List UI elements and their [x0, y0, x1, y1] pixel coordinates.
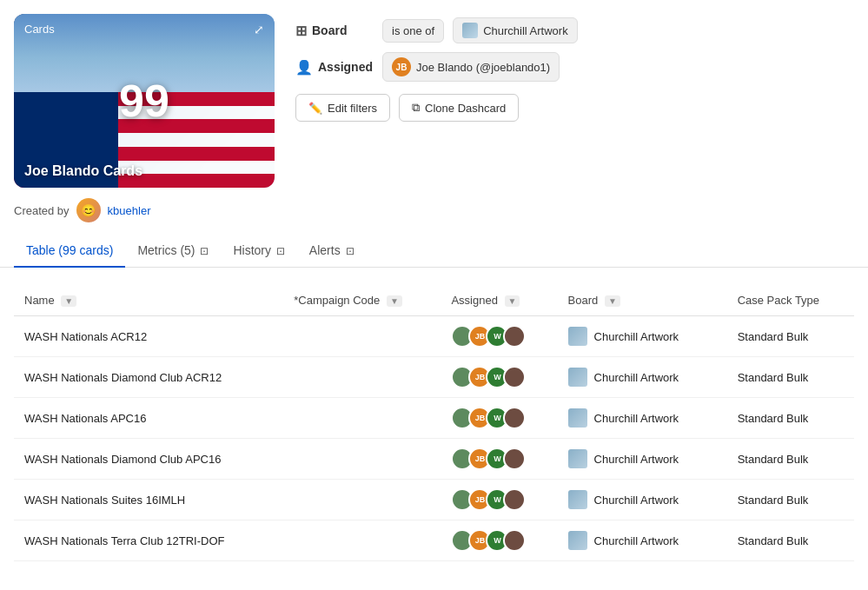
table-header-row: Name ▼ *Campaign Code ▼ Assigned ▼ Board…	[14, 285, 854, 316]
board-cell: Churchill Artwork	[568, 531, 717, 550]
board-sort-icon[interactable]: ▼	[605, 295, 620, 307]
tabs-row: Table (99 cards) Metrics (5) ⊡ History ⊡…	[0, 235, 868, 268]
board-thumb	[568, 531, 587, 550]
user-avatar: JB	[392, 57, 411, 76]
table-row: WASH Nationals ACR12 JB W Churchill Artw…	[14, 316, 854, 357]
cell-case-pack-type: Standard Bulk	[727, 439, 854, 480]
avatar-4	[503, 407, 526, 429]
col-board[interactable]: Board ▼	[558, 285, 727, 316]
creator-avatar: 😊	[76, 198, 101, 222]
main-container: Cards ⤢ 99 Joe Blando Cards ⊞ Board is o…	[0, 0, 868, 561]
top-section: Cards ⤢ 99 Joe Blando Cards ⊞ Board is o…	[0, 0, 868, 188]
board-thumb	[568, 490, 587, 509]
board-thumb	[568, 449, 587, 468]
assigned-avatars: JB W	[451, 488, 547, 511]
filter-actions: ✏️ Edit filters ⧉ Clone Dashcard	[295, 94, 851, 122]
filter-section: ⊞ Board is one of Churchill Artwork 👤 As…	[295, 14, 851, 188]
assigned-avatars: JB W	[451, 447, 547, 470]
cell-name[interactable]: WASH Nationals ACR12	[14, 316, 283, 357]
cell-campaign-code	[283, 520, 441, 561]
edit-filters-button[interactable]: ✏️ Edit filters	[295, 94, 390, 122]
card-widget-label: Cards	[24, 23, 55, 36]
board-cell: Churchill Artwork	[568, 327, 717, 346]
assigned-avatars: JB W	[451, 529, 547, 552]
board-name: Churchill Artwork	[594, 371, 679, 384]
cell-case-pack-type: Standard Bulk	[727, 357, 854, 398]
board-name: Churchill Artwork	[594, 534, 679, 547]
avatar-4	[503, 366, 526, 388]
data-table: Name ▼ *Campaign Code ▼ Assigned ▼ Board…	[14, 285, 854, 561]
assigned-avatars: JB W	[451, 366, 547, 388]
assigned-filter-label: 👤 Assigned	[295, 59, 374, 76]
cell-case-pack-type: Standard Bulk	[727, 480, 854, 520]
board-cell: Churchill Artwork	[568, 490, 717, 509]
cell-campaign-code	[283, 439, 441, 480]
edit-icon: ✏️	[308, 102, 322, 115]
cell-assigned: JB W	[441, 520, 557, 561]
table-row: WASH Nationals Terra Club 12TRI-DOF JB W…	[14, 520, 854, 561]
cell-assigned: JB W	[441, 357, 557, 398]
board-condition-pill: is one of	[382, 19, 444, 43]
cell-name[interactable]: WASH Nationals Terra Club 12TRI-DOF	[14, 520, 283, 561]
clone-dashcard-button[interactable]: ⧉ Clone Dashcard	[399, 94, 519, 122]
board-thumbnail	[462, 23, 478, 38]
tab-history[interactable]: History ⊡	[221, 235, 296, 268]
assigned-avatars: JB W	[451, 325, 547, 348]
cell-name[interactable]: WASH Nationals Diamond Club ACR12	[14, 357, 283, 398]
board-value-pill[interactable]: Churchill Artwork	[453, 17, 578, 43]
cell-campaign-code	[283, 398, 441, 439]
table-body: WASH Nationals ACR12 JB W Churchill Artw…	[14, 316, 854, 561]
board-cell: Churchill Artwork	[568, 368, 717, 387]
tab-metrics[interactable]: Metrics (5) ⊡	[125, 235, 221, 268]
cell-assigned: JB W	[441, 398, 557, 439]
board-cell: Churchill Artwork	[568, 449, 717, 468]
table-row: WASH Nationals Diamond Club APC16 JB W C…	[14, 439, 854, 480]
cell-case-pack-type: Standard Bulk	[727, 520, 854, 561]
cell-board: Churchill Artwork	[558, 398, 727, 439]
creator-link[interactable]: kbuehler	[108, 204, 151, 217]
cell-assigned: JB W	[441, 439, 557, 480]
avatar-4	[503, 325, 526, 348]
col-case-pack-type: Case Pack Type	[727, 285, 854, 316]
cell-name[interactable]: WASH Nationals APC16	[14, 398, 283, 439]
avatar-4	[503, 488, 526, 511]
cell-board: Churchill Artwork	[558, 439, 727, 480]
board-filter-label: ⊞ Board	[295, 23, 374, 39]
cell-campaign-code	[283, 480, 441, 520]
col-assigned[interactable]: Assigned ▼	[441, 285, 557, 316]
cell-name[interactable]: WASH Nationals Diamond Club APC16	[14, 439, 283, 480]
name-sort-icon[interactable]: ▼	[61, 295, 76, 307]
cell-board: Churchill Artwork	[558, 316, 727, 357]
assigned-icon: 👤	[295, 59, 313, 76]
cell-campaign-code	[283, 357, 441, 398]
avatar-4	[503, 447, 526, 470]
card-widget: Cards ⤢ 99 Joe Blando Cards	[14, 14, 275, 188]
campaign-sort-icon[interactable]: ▼	[387, 295, 402, 307]
cell-board: Churchill Artwork	[558, 520, 727, 561]
table-row: WASH Nationals Diamond Club ACR12 JB W C…	[14, 357, 854, 398]
cell-case-pack-type: Standard Bulk	[727, 398, 854, 439]
assigned-value-pill[interactable]: JB Joe Blando (@joeblando1)	[382, 52, 560, 82]
assigned-sort-icon[interactable]: ▼	[505, 295, 520, 307]
cell-board: Churchill Artwork	[558, 480, 727, 520]
col-name[interactable]: Name ▼	[14, 285, 283, 316]
board-name: Churchill Artwork	[594, 494, 679, 507]
tab-table[interactable]: Table (99 cards)	[14, 235, 125, 268]
creator-row: Created by 😊 kbuehler	[0, 188, 868, 222]
expand-icon[interactable]: ⤢	[254, 23, 264, 36]
tab-alerts[interactable]: Alerts ⊡	[297, 235, 367, 268]
assigned-filter-row: 👤 Assigned JB Joe Blando (@joeblando1)	[295, 52, 851, 82]
col-campaign-code[interactable]: *Campaign Code ▼	[283, 285, 441, 316]
cell-name[interactable]: WASH Nationals Suites 16IMLH	[14, 480, 283, 520]
clone-icon: ⧉	[412, 101, 420, 115]
board-thumb	[568, 327, 587, 346]
table-container: Name ▼ *Campaign Code ▼ Assigned ▼ Board…	[0, 268, 868, 561]
history-icon: ⊡	[276, 245, 285, 257]
board-filter-row: ⊞ Board is one of Churchill Artwork	[295, 17, 851, 43]
table-row: WASH Nationals APC16 JB W Churchill Artw…	[14, 398, 854, 439]
cell-assigned: JB W	[441, 480, 557, 520]
cell-campaign-code	[283, 316, 441, 357]
board-thumb	[568, 368, 587, 387]
cell-board: Churchill Artwork	[558, 357, 727, 398]
board-icon: ⊞	[295, 23, 307, 39]
